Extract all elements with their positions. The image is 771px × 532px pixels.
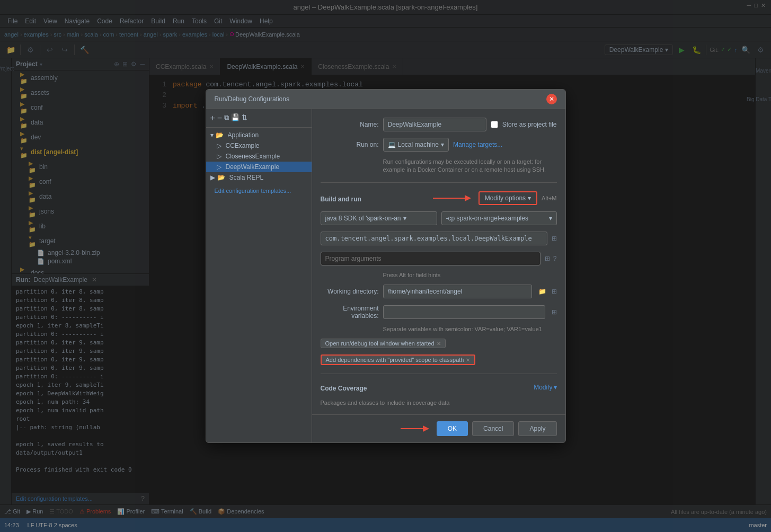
dropdown-arrow: ▾ xyxy=(441,141,444,148)
dialog-footer: OK Cancel Apply xyxy=(312,414,565,442)
name-input[interactable] xyxy=(383,118,486,131)
prog-args-row: ⊞ ? xyxy=(321,252,557,265)
cp-selector[interactable]: -cp spark-on-angel-examples ▾ xyxy=(441,211,557,225)
env-hint: Separate variables with semicolon: VAR=v… xyxy=(383,326,557,332)
run-on-row: Run on: 💻 Local machine ▾ Manage targets… xyxy=(321,138,557,152)
config-toolbar: + − ⧉ 💾 ⇅ xyxy=(206,113,312,128)
section-sep1 xyxy=(321,182,557,183)
name-label: Name: xyxy=(321,121,379,128)
sdk-row: java 8 SDK of 'spark-on-an ▾ -cp spark-o… xyxy=(321,211,557,225)
working-dir-row: Working directory: 📁 ⊞ xyxy=(321,285,557,298)
dialog-body: Name: Store as project file Run on: 💻 Lo… xyxy=(312,109,565,415)
run-on-label: Run on: xyxy=(321,141,379,148)
arrow-ok xyxy=(401,423,432,434)
code-coverage-row: Code Coverage Modify ▾ xyxy=(321,383,557,392)
sort-config-btn[interactable]: ⇅ xyxy=(242,113,247,123)
modify-options-area: Modify options ▾ Alt+M xyxy=(433,191,557,205)
dialog-inner: + − ⧉ 💾 ⇅ ▾ 📂 Application ▷ CCExample xyxy=(206,109,565,443)
local-machine-label: Local machine xyxy=(398,141,439,148)
ok-button[interactable]: OK xyxy=(437,421,468,436)
config-deepwalk[interactable]: ▷ DeepWalkExample xyxy=(206,162,312,172)
expand-icon: ▾ xyxy=(210,131,214,139)
app-icon3: ▷ xyxy=(217,163,221,171)
closeness-label: ClosenessExample xyxy=(226,153,280,160)
cp-chevron: ▾ xyxy=(549,215,552,222)
sdk-selector[interactable]: java 8 SDK of 'spark-on-an ▾ xyxy=(321,211,437,225)
remove-config-btn[interactable]: − xyxy=(217,113,222,123)
dialog-title-text: Run/Debug Configurations xyxy=(215,95,289,103)
repl-icon: 📂 xyxy=(217,174,225,181)
app-icon2: ▷ xyxy=(217,153,221,160)
coverage-desc: Packages and classes to include in cover… xyxy=(321,400,557,406)
cancel-button[interactable]: Cancel xyxy=(472,421,514,436)
program-arguments-input[interactable] xyxy=(321,252,540,265)
expand-dir-icon[interactable]: ⊞ xyxy=(552,288,557,295)
modify-options-button[interactable]: Modify options ▾ xyxy=(478,191,537,205)
config-closeness[interactable]: ▷ ClosenessExample xyxy=(206,151,312,162)
name-row: Name: Store as project file xyxy=(321,118,557,131)
press-alt-hint: Press Alt for field hints xyxy=(383,272,557,278)
main-class-row: ⊞ xyxy=(321,232,557,245)
section-sep2 xyxy=(321,374,557,374)
config-tree-panel: + − ⧉ 💾 ⇅ ▾ 📂 Application ▷ CCExample xyxy=(206,109,312,443)
chevron-modify-icon: ▾ xyxy=(554,384,557,391)
remove-tag1-btn[interactable]: ✕ xyxy=(437,341,441,347)
store-as-project-checkbox[interactable] xyxy=(491,121,498,128)
manage-targets-link[interactable]: Manage targets... xyxy=(453,141,502,148)
expand-main-class-icon[interactable]: ⊞ xyxy=(552,235,557,242)
store-as-project-label: Store as project file xyxy=(502,121,557,128)
config-form: Name: Store as project file Run on: 💻 Lo… xyxy=(312,109,565,443)
dialog-overlay: Run/Debug Configurations ✕ + − ⧉ 💾 ⇅ ▾ 📂 xyxy=(0,0,771,532)
modify-options-label: Modify options xyxy=(485,194,526,202)
config-scala-repl[interactable]: ▶ 📂 Scala REPL xyxy=(206,172,312,183)
env-vars-input[interactable] xyxy=(383,305,545,319)
tags-row2: Add dependencies with "provided" scope t… xyxy=(321,354,557,365)
tag-open-run: Open run/debug tool window when started … xyxy=(321,339,446,348)
group-icon: 📂 xyxy=(216,131,224,139)
computer-icon: 💻 xyxy=(388,141,396,148)
build-run-label: Build and run xyxy=(321,196,361,203)
apply-button[interactable]: Apply xyxy=(518,421,556,436)
working-dir-input[interactable] xyxy=(383,285,532,298)
folder-browse-icon[interactable]: 📁 xyxy=(538,288,546,295)
cc-label: CCExample xyxy=(226,142,260,149)
dialog-title-bar: Run/Debug Configurations ✕ xyxy=(206,90,565,109)
arrow-right xyxy=(433,193,475,203)
hints-icon[interactable]: ? xyxy=(553,255,557,262)
dialog-close-btn[interactable]: ✕ xyxy=(546,94,557,104)
repl-label: Scala REPL xyxy=(229,174,264,181)
env-vars-label: Environment variables: xyxy=(321,305,379,320)
deepwalk-label: DeepWalkExample xyxy=(226,163,280,171)
main-class-input[interactable] xyxy=(321,232,547,245)
run-on-selector[interactable]: 💻 Local machine ▾ xyxy=(383,138,449,152)
edit-templates-link[interactable]: Edit configuration templates... xyxy=(210,185,296,196)
tags-row: Open run/debug tool window when started … xyxy=(321,339,557,348)
working-dir-label: Working directory: xyxy=(321,288,379,295)
build-run-header: Build and run Modify options ▾ xyxy=(321,191,557,205)
remove-tag2-btn[interactable]: ✕ xyxy=(466,357,470,363)
save-config-btn[interactable]: 💾 xyxy=(231,113,240,123)
tag-add-deps-label: Add dependencies with "provided" scope t… xyxy=(326,357,464,363)
env-vars-row: Environment variables: ⊞ xyxy=(321,305,557,320)
sdk-label: java 8 SDK of 'spark-on-an xyxy=(325,215,401,222)
config-group-application[interactable]: ▾ 📂 Application xyxy=(206,130,312,140)
expand-icon2: ▶ xyxy=(210,174,215,181)
expand-args-icon[interactable]: ⊞ xyxy=(545,255,550,262)
code-coverage-label: Code Coverage xyxy=(321,385,367,392)
cp-label: -cp spark-on-angel-examples xyxy=(446,215,528,222)
modify-coverage-link[interactable]: Modify ▾ xyxy=(534,384,556,391)
app-icon: ▷ xyxy=(217,142,221,149)
run-description: Run configurations may be executed local… xyxy=(383,158,557,174)
tag-open-run-label: Open run/debug tool window when started xyxy=(325,340,435,347)
add-config-btn[interactable]: + xyxy=(210,113,215,123)
sdk-chevron: ▾ xyxy=(403,215,406,222)
config-ccexample[interactable]: ▷ CCExample xyxy=(206,140,312,151)
group-label: Application xyxy=(228,131,259,139)
chevron-down-modify: ▾ xyxy=(528,194,531,202)
copy-config-btn[interactable]: ⧉ xyxy=(224,113,229,123)
run-debug-dialog: Run/Debug Configurations ✕ + − ⧉ 💾 ⇅ ▾ 📂 xyxy=(206,89,566,444)
expand-env-icon[interactable]: ⊞ xyxy=(552,308,557,316)
tag-add-deps: Add dependencies with "provided" scope t… xyxy=(321,354,476,365)
